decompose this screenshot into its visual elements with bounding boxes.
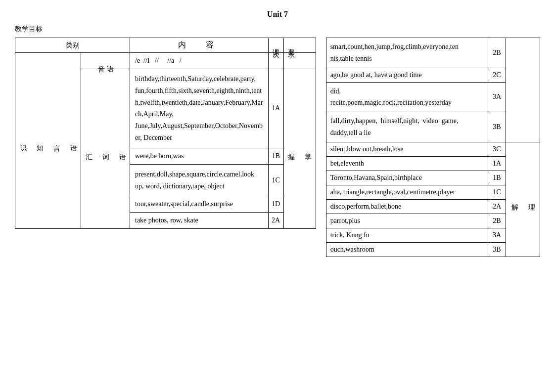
left-table: 类别 内 容 课次 要求 语言知识 语音 /e //I [15, 38, 316, 229]
req-phonics [283, 53, 316, 69]
main-category-language: 语言知识 [15, 53, 81, 229]
content-vocab-1b: were,be born,was [130, 148, 269, 164]
right-content-3a: did,recite,poem,magic,rock,recitation,ye… [326, 82, 488, 112]
right-lesson-2a: 2A [488, 199, 506, 214]
right-lesson-3b: 3B [488, 112, 506, 142]
table-row: smart,count,hen,jump,frog,climb,everyone… [326, 38, 540, 68]
content-phonics: /e //I // //a / [130, 53, 269, 69]
right-content-1a: bet,eleventh [326, 156, 488, 171]
table-row: silent,blow out,breath,lose 3C 理解 [326, 142, 540, 156]
right-lesson-3c: 3C [488, 142, 506, 156]
content-vocab-1c: present,doll,shape,square,circle,camel,l… [130, 164, 269, 196]
table-header-row: 类别 内 容 课次 要求 [15, 38, 316, 53]
right-content-3b: fall,dirty,happen, himself,night, video … [326, 112, 488, 142]
right-table: smart,count,hen,jump,frog,climb,everyone… [326, 38, 540, 257]
right-section: smart,count,hen,jump,frog,climb,everyone… [326, 38, 540, 257]
right-content-2b2: parrot,plus [326, 214, 488, 228]
right-lesson-3a2: 3A [488, 228, 506, 242]
right-lesson-2b: 2B [488, 38, 506, 68]
section-title: 教学目标 [15, 25, 540, 34]
content-vocab-1d: tour,sweater,special,candle,surprise [130, 196, 269, 213]
lesson-1b: 1B [268, 148, 283, 164]
right-content-1c: aha, triangle,rectangle,oval,centimetre,… [326, 185, 488, 199]
right-lesson-3a: 3A [488, 82, 506, 112]
right-content-3a2: trick, Kung fu [326, 228, 488, 242]
header-lesson: 课次 [268, 38, 283, 53]
right-lesson-1b: 1B [488, 171, 506, 185]
lesson-2a: 2A [268, 213, 283, 229]
lesson-1a: 1A [268, 69, 283, 148]
right-req-li: 理解 [506, 142, 540, 257]
right-content-2a: disco,perform,ballet,bone [326, 199, 488, 214]
sub-category-vocab: 语词汇 [81, 69, 130, 229]
left-section: 类别 内 容 课次 要求 语言知识 语音 /e //I [15, 38, 316, 229]
right-lesson-2c: 2C [488, 68, 506, 82]
right-lesson-1a: 1A [488, 156, 506, 171]
right-content-2b: smart,count,hen,jump,frog,climb,everyone… [326, 38, 488, 68]
right-content-2c: ago,be good at, have a good time [326, 68, 488, 82]
right-lesson-2b2: 2B [488, 214, 506, 228]
req-vocab: 掌握 [283, 69, 316, 229]
right-lesson-1c: 1C [488, 185, 506, 199]
sub-category-phonics: 语音 [81, 53, 130, 69]
content-vocab-1a: birthday,thirteenth,Saturday,celebrate,p… [130, 69, 269, 148]
header-category: 类别 [15, 38, 130, 53]
lesson-1d: 1D [268, 196, 283, 213]
right-lesson-3b2: 3B [488, 242, 506, 257]
right-content-3b2: ouch,washroom [326, 242, 488, 257]
right-content-1b: Toronto,Havana,Spain,birthplace [326, 171, 488, 185]
table-row: 语言知识 语音 /e //I // //a / [15, 53, 316, 69]
right-content-3c: silent,blow out,breath,lose [326, 142, 488, 156]
header-requirement: 要求 [283, 38, 316, 53]
page-title: Unit 7 [15, 10, 540, 19]
content-vocab-2a: take photos, row, skate [130, 213, 269, 229]
lesson-phonics [268, 53, 283, 69]
lesson-1c: 1C [268, 164, 283, 196]
right-req-empty1 [506, 38, 540, 142]
header-content: 内 容 [130, 38, 269, 53]
